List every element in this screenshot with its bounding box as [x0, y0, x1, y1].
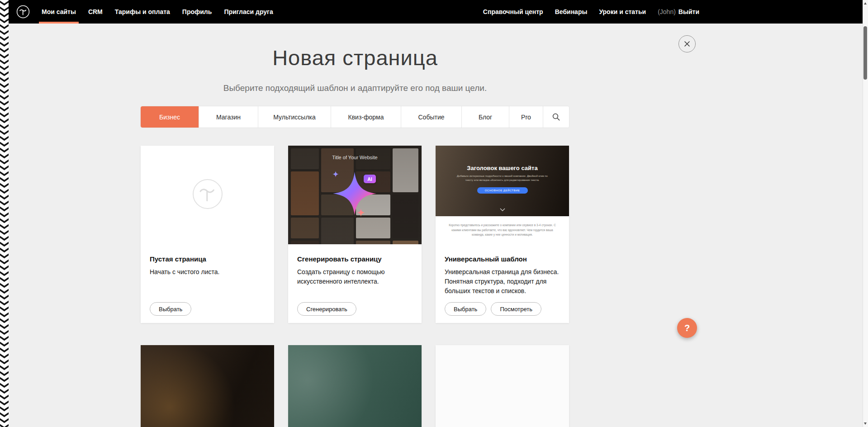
- preview-cta-button: Основное действие: [477, 187, 528, 194]
- nav-crm[interactable]: CRM: [88, 0, 103, 24]
- tab-multilink[interactable]: Мультиссылка: [258, 106, 331, 128]
- card-description: Начать с чистого листа.: [150, 267, 265, 277]
- template-grid: Пустая страница Начать с чистого листа. …: [141, 146, 569, 427]
- template-card-partial-1: [141, 345, 274, 427]
- search-icon: [552, 113, 560, 121]
- tab-quiz-form[interactable]: Квиз-форма: [331, 106, 401, 128]
- search-tab[interactable]: [543, 106, 569, 128]
- card-thumbnail-partial[interactable]: [436, 345, 569, 427]
- nav-help-center[interactable]: Справочный центр: [483, 0, 543, 24]
- nav-tariffs[interactable]: Тарифы и оплата: [115, 0, 170, 24]
- page-title: Новая страница: [0, 45, 710, 70]
- scrollbar-up-arrow[interactable]: [864, 2, 867, 5]
- template-card-universal: Заголовок вашего сайта Добавьте интересн…: [436, 146, 569, 323]
- tilda-watermark-icon: [192, 179, 223, 211]
- tab-pro[interactable]: Pro: [509, 106, 543, 128]
- view-button[interactable]: Посмотреть: [491, 302, 541, 316]
- preview-site-title: Title of Your Website: [288, 155, 422, 160]
- card-title: Пустая страница: [150, 255, 265, 263]
- account-area: (John) Выйти: [658, 0, 699, 24]
- main-menu: Мои сайты CRM Тарифы и оплата Профиль Пр…: [42, 0, 273, 24]
- tab-event[interactable]: Событие: [401, 106, 461, 128]
- scrollbar-thumb[interactable]: [863, 26, 867, 80]
- card-thumbnail-partial[interactable]: [141, 345, 274, 427]
- select-button[interactable]: Выбрать: [445, 302, 486, 316]
- generate-button[interactable]: Сгенерировать: [297, 302, 356, 316]
- new-page-dialog: Новая страница Выберите подходящий шабло…: [0, 24, 710, 427]
- nav-lessons[interactable]: Уроки и статьи: [599, 0, 646, 24]
- template-card-blank: Пустая страница Начать с чистого листа. …: [141, 146, 274, 323]
- nav-profile[interactable]: Профиль: [182, 0, 212, 24]
- ai-badge: AI: [364, 175, 376, 183]
- ai-sparkle-small-icon: [332, 171, 339, 179]
- page-subtitle: Выберите подходящий шаблон и адаптируйте…: [0, 83, 710, 93]
- card-title: Универсальный шаблон: [445, 255, 560, 263]
- card-actions: Выбрать: [150, 302, 191, 316]
- scrollbar[interactable]: [863, 0, 868, 427]
- template-card-partial-3: [436, 345, 569, 427]
- tilda-logo-icon: [16, 5, 30, 19]
- preview-heading: Заголовок вашего сайта: [436, 146, 569, 171]
- tab-business[interactable]: Бизнес: [141, 106, 199, 128]
- card-actions: Сгенерировать: [297, 302, 356, 316]
- card-thumbnail-universal[interactable]: Заголовок вашего сайта Добавьте интересн…: [436, 146, 569, 244]
- card-title: Сгенерировать страницу: [297, 255, 413, 263]
- card-actions: Выбрать Посмотреть: [445, 302, 541, 316]
- card-thumbnail-blank[interactable]: [141, 146, 274, 244]
- card-thumbnail-ai[interactable]: Title of Your Website: [288, 146, 422, 244]
- close-button[interactable]: [678, 35, 696, 52]
- card-thumbnail-partial[interactable]: [288, 345, 422, 427]
- secondary-menu: Справочный центр Вебинары Уроки и статьи…: [483, 0, 699, 24]
- template-card-ai: Title of Your Website: [288, 146, 422, 323]
- preview-body-section: Коротко представьтесь и расскажите о ком…: [436, 216, 569, 244]
- tilda-logo[interactable]: [16, 5, 30, 19]
- card-description: Создать страницу с помощью искусственног…: [297, 267, 413, 286]
- chevron-down-icon: [500, 205, 505, 213]
- preview-subtext: Добавьте интересные подробности о вашей …: [455, 174, 550, 183]
- tab-blog[interactable]: Блог: [461, 106, 509, 128]
- nav-my-sites[interactable]: Мои сайты: [42, 0, 76, 24]
- card-description: Универсальная страница для бизнеса. Поня…: [445, 267, 560, 296]
- nav-invite-friend[interactable]: Пригласи друга: [224, 0, 273, 24]
- preview-body-text: Коротко представьтесь и расскажите о ком…: [448, 223, 557, 237]
- tab-shop[interactable]: Магазин: [199, 106, 258, 128]
- select-button[interactable]: Выбрать: [150, 302, 191, 316]
- user-name: (John): [658, 8, 676, 15]
- nav-webinars[interactable]: Вебинары: [555, 0, 588, 24]
- ai-sparkle-small-icon: [357, 209, 365, 218]
- template-card-partial-2: [288, 345, 422, 427]
- help-button[interactable]: ?: [677, 318, 697, 338]
- template-category-tabs: Бизнес Магазин Мультиссылка Квиз-форма С…: [141, 106, 569, 128]
- preview-hero: Заголовок вашего сайта Добавьте интересн…: [436, 146, 569, 216]
- top-navbar: Мои сайты CRM Тарифы и оплата Профиль Пр…: [0, 0, 863, 24]
- zigzag-edge-decoration: [0, 0, 9, 427]
- scrollbar-down-arrow[interactable]: [864, 422, 867, 425]
- close-icon: [684, 41, 690, 47]
- logout-link[interactable]: Выйти: [678, 8, 699, 15]
